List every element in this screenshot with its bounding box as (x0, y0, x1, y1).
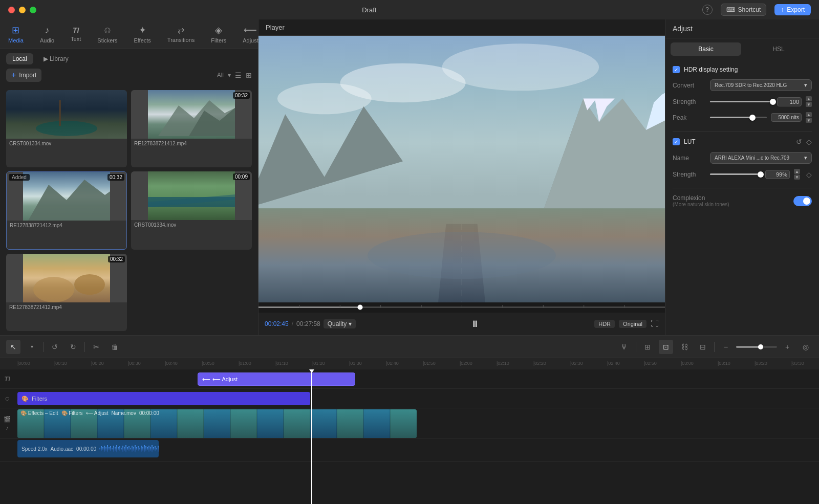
keyboard-icon: ⌨ (726, 6, 735, 13)
library-item[interactable]: ▶ Library (37, 53, 75, 64)
pause-button[interactable]: ⏸ (467, 316, 483, 332)
split-button[interactable]: ⊟ (696, 340, 710, 354)
tab-basic[interactable]: Basic (671, 42, 741, 56)
list-view-button[interactable]: ☰ (235, 71, 242, 79)
svg-text:|03:10: |03:10 (718, 361, 730, 366)
complexion-sublabel: (More natural skin tones) (673, 202, 729, 207)
close-button[interactable] (8, 7, 15, 13)
svg-rect-113 (133, 447, 134, 451)
svg-rect-2 (59, 100, 61, 126)
strength-stepper-lut: ▲ ▼ (794, 169, 800, 180)
magnet-button[interactable]: ⊡ (659, 340, 673, 354)
settings-lut-button[interactable]: ◇ (806, 138, 812, 146)
snap-button[interactable]: ⊞ (640, 340, 655, 354)
undo-button[interactable]: ↺ (48, 340, 62, 354)
lut-reset-icon[interactable]: ◇ (806, 170, 812, 179)
adjust-clip[interactable]: ⟵ ⟵ Adjust (198, 372, 355, 386)
zoom-out-button[interactable]: − (719, 340, 733, 354)
toolbar-item-filters[interactable]: ◈ Filters (203, 23, 234, 46)
player-progress-bar[interactable] (258, 302, 665, 313)
list-item[interactable]: 00:32 RE127838721412.mp4 (6, 254, 127, 331)
player-title: Player (258, 19, 665, 36)
grid-view-button[interactable]: ⊞ (246, 71, 252, 79)
peak-value[interactable]: 5000 nits (771, 113, 802, 122)
cut-button[interactable]: ✂ (89, 340, 103, 354)
window-title: Draft (362, 6, 376, 14)
quality-dropdown[interactable]: Quality ▾ (324, 319, 356, 328)
svg-rect-116 (138, 446, 139, 451)
stepper-down[interactable]: ▼ (806, 102, 812, 107)
lut-section: ✓ LUT ↺ ◇ Name ARRI ALEXA Mini ...c to R… (673, 138, 812, 180)
list-item[interactable]: 00:32 RE127838721412.mp4 (131, 90, 252, 167)
lut-name-row: Name ARRI ALEXA Mini ...c to Rec.709 ▾ (673, 152, 812, 164)
strength-slider-hdr[interactable] (710, 101, 773, 102)
hdr-checkbox[interactable]: ✓ (673, 66, 680, 73)
toolbar-item-text[interactable]: TI Text (62, 23, 89, 46)
media-thumbnail: Added 00:32 (7, 172, 126, 221)
redo-button[interactable]: ↻ (66, 340, 80, 354)
strength-slider-lut[interactable] (710, 173, 761, 175)
toolbar-item-audio[interactable]: ♪ Audio (32, 23, 62, 46)
original-button[interactable]: Original (619, 320, 646, 328)
navigation-button[interactable]: ◎ (799, 340, 813, 354)
import-button[interactable]: + Import (6, 69, 41, 82)
svg-text:|00:10: |00:10 (54, 361, 67, 366)
convert-control: Rec.709 SDR to Rec.2020 HLG ▾ (710, 79, 812, 91)
stepper-up[interactable]: ▲ (806, 112, 812, 117)
zoom-in-button[interactable]: + (780, 340, 794, 354)
strength-value-lut[interactable]: 99% (765, 170, 790, 179)
list-item[interactable]: 00:09 CRST001334.mov (131, 171, 252, 250)
export-button[interactable]: ↑ Export (774, 4, 811, 15)
adjust-panel: Adjust Basic HSL ✓ HDR display setting C… (665, 19, 819, 335)
lut-checkbox[interactable]: ✓ (673, 138, 680, 145)
svg-text:|02:40: |02:40 (607, 361, 620, 366)
complexion-toggle[interactable] (793, 196, 812, 206)
lut-name-dropdown[interactable]: ARRI ALEXA Mini ...c to Rec.709 ▾ (710, 152, 812, 164)
filters-clip[interactable]: 🎨 Filters (17, 392, 310, 405)
audio-waveform (99, 444, 159, 454)
audio-clip[interactable]: Speed 2.0x Audio.aac 00:00:00 (17, 440, 159, 457)
list-item[interactable]: Added 00:32 RE127838721412.mp4 (6, 171, 127, 250)
stepper-down[interactable]: ▼ (806, 118, 812, 123)
svg-point-17 (277, 83, 372, 114)
peak-slider[interactable] (710, 117, 767, 118)
select-tool-button[interactable]: ↖ (6, 340, 20, 354)
fullscreen-button[interactable]: ⛶ (651, 319, 659, 328)
player-video (258, 36, 665, 302)
svg-text:|01:30: |01:30 (349, 361, 362, 366)
complexion-row: Complexion (More natural skin tones) (673, 194, 812, 207)
overlay-track-label: ○ (0, 394, 14, 403)
mic-button[interactable]: 🎙 (617, 340, 632, 354)
convert-dropdown[interactable]: Rec.709 SDR to Rec.2020 HLG ▾ (710, 79, 812, 91)
player-panel: Player (258, 19, 665, 335)
video-clip[interactable]: 🎨 Effects – Edit 🎨 Filters ⟵ Adjust Name… (17, 409, 417, 438)
shortcut-button[interactable]: ⌨ Shortcut (721, 4, 767, 16)
maximize-button[interactable] (30, 7, 36, 13)
delete-button[interactable]: 🗑 (107, 340, 122, 354)
list-item[interactable]: CRST001334.mov (6, 90, 127, 167)
toolbar-item-effects[interactable]: ✦ Effects (125, 23, 159, 46)
local-tab[interactable]: Local (6, 53, 33, 64)
toolbar-item-media[interactable]: ⊞ Media (0, 23, 32, 46)
stepper-up[interactable]: ▲ (794, 169, 800, 174)
reset-lut-button[interactable]: ↺ (796, 138, 802, 146)
hdr-button[interactable]: HDR (594, 320, 615, 328)
zoom-slider[interactable] (736, 346, 777, 348)
strength-value-hdr[interactable]: 100 (777, 97, 802, 106)
stepper-up[interactable]: ▲ (806, 96, 812, 101)
svg-rect-93 (102, 447, 103, 450)
strength-label-hdr: Strength (673, 98, 706, 105)
link-button[interactable]: ⛓ (677, 340, 692, 354)
adjust-label: ⟵ Adjust (86, 410, 109, 416)
toolbar-item-transitions[interactable]: ⇄ Transitions (159, 23, 203, 46)
help-button[interactable]: ? (702, 5, 713, 15)
svg-point-38 (358, 305, 363, 310)
toolbar-item-stickers[interactable]: ☺ Stickers (89, 23, 125, 46)
tab-hsl[interactable]: HSL (743, 42, 814, 56)
svg-point-1 (36, 121, 97, 136)
main-content: ⊞ Media ♪ Audio TI Text ☺ Stickers ✦ Eff… (0, 19, 819, 335)
select-dropdown[interactable]: ▾ (25, 340, 39, 354)
svg-rect-111 (130, 448, 131, 450)
minimize-button[interactable] (19, 7, 26, 13)
stepper-down[interactable]: ▼ (794, 174, 800, 180)
